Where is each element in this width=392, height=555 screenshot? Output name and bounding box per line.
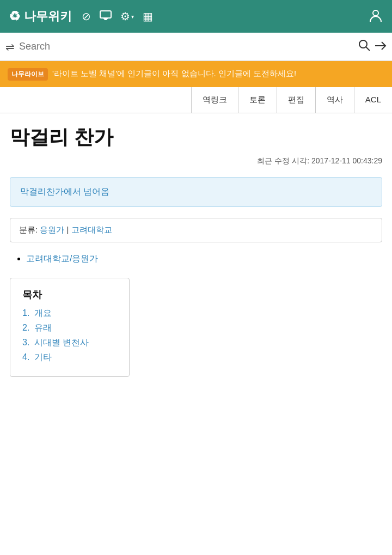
gear-icon: ⚙ <box>120 10 130 23</box>
toc-num-1: 1. <box>22 308 29 318</box>
tab-edit[interactable]: 편집 <box>277 87 316 113</box>
toc-list: 1. 개요 2. 유래 3. 시대별 변천사 4. 기타 <box>22 308 114 363</box>
navbar-left: ♻ 나무위키 ⊘ ⚙ ▾ ▦ <box>9 8 153 25</box>
compass-icon[interactable]: ⊘ <box>82 10 91 23</box>
category-link-cheering[interactable]: 응원가 <box>40 225 64 234</box>
search-bar: ⇌ <box>0 33 392 61</box>
toc-link-2[interactable]: 유래 <box>34 323 52 332</box>
page-title: 막걸리 찬가 <box>10 124 382 151</box>
content: 막걸리 찬가 최근 수정 시각: 2017-12-11 00:43:29 막걸리… <box>0 113 392 399</box>
tab-backlinks[interactable]: 역링크 <box>192 87 238 113</box>
shuffle-icon[interactable]: ⇌ <box>5 40 15 53</box>
svg-point-1 <box>373 10 378 16</box>
redirect-box: 막걸리찬가에서 넘어옴 <box>10 177 382 207</box>
go-button[interactable] <box>375 40 387 54</box>
last-modified-value: 2017-12-11 00:43:29 <box>311 156 382 165</box>
category-label: 분류: <box>19 225 38 234</box>
toc-num-3: 3. <box>22 338 29 347</box>
last-modified-label: 최근 수정 시각: <box>257 156 309 165</box>
grid-icon[interactable]: ▦ <box>143 10 153 23</box>
toc-num-4: 4. <box>22 352 29 362</box>
live-banner[interactable]: 나무라이브 '라이트 노벨 채널'에 인기글이 아직 없습니다. 인기글에 도전… <box>0 61 392 87</box>
search-input[interactable] <box>19 41 354 52</box>
logo[interactable]: ♻ 나무위키 <box>9 8 72 25</box>
category-link-korea-univ[interactable]: 고려대학교 <box>71 225 112 234</box>
toc-num-2: 2. <box>22 323 29 332</box>
toc-link-1[interactable]: 개요 <box>34 308 52 318</box>
svg-rect-0 <box>100 11 111 18</box>
category-separator: | <box>67 225 71 234</box>
toc-label-3: 시대별 변천사 <box>34 338 89 347</box>
toc-label-4: 기타 <box>34 352 52 362</box>
toc-box: 목차 1. 개요 2. 유래 3. 시대별 변천사 4. <box>10 278 130 377</box>
logo-icon: ♻ <box>9 9 21 24</box>
tab-discussion[interactable]: 토론 <box>238 87 277 113</box>
nav-icons: ⊘ ⚙ ▾ ▦ <box>82 10 153 23</box>
toc-item-3: 3. 시대별 변천사 <box>22 337 114 349</box>
tab-acl[interactable]: ACL <box>354 87 392 113</box>
toc-link-4[interactable]: 기타 <box>34 352 52 362</box>
gear-caret-icon: ▾ <box>131 14 134 20</box>
last-modified: 최근 수정 시각: 2017-12-11 00:43:29 <box>10 156 382 166</box>
live-badge: 나무라이브 <box>8 68 48 81</box>
chat-icon[interactable] <box>100 10 112 23</box>
category-box: 분류: 응원가 | 고려대학교 <box>10 218 382 242</box>
toc-item-2: 2. 유래 <box>22 322 114 334</box>
user-icon[interactable] <box>368 8 383 25</box>
toc-label-2: 유래 <box>34 323 52 332</box>
redirect-link[interactable]: 막걸리찬가에서 넘어옴 <box>20 187 109 196</box>
logo-label: 나무위키 <box>24 8 72 25</box>
toc-link-3[interactable]: 시대별 변천사 <box>34 338 89 347</box>
navbar: ♻ 나무위키 ⊘ ⚙ ▾ ▦ <box>0 0 392 33</box>
related-link-0[interactable]: 고려대학교/응원가 <box>26 254 98 263</box>
live-message: '라이트 노벨 채널'에 인기글이 아직 없습니다. 인기글에 도전하세요! <box>52 68 384 79</box>
gear-group[interactable]: ⚙ ▾ <box>120 10 134 23</box>
tab-history[interactable]: 역사 <box>316 87 354 113</box>
list-item: 고려대학교/응원가 <box>26 253 382 265</box>
tab-nav: 역링크 토론 편집 역사 ACL <box>0 87 392 113</box>
svg-point-2 <box>359 40 367 48</box>
toc-item-4: 4. 기타 <box>22 352 114 363</box>
svg-line-3 <box>366 47 370 51</box>
tab-spacer <box>0 87 192 113</box>
toc-label-1: 개요 <box>34 308 52 318</box>
toc-item-1: 1. 개요 <box>22 308 114 319</box>
related-links: 고려대학교/응원가 <box>10 253 382 265</box>
toc-title: 목차 <box>22 288 114 301</box>
search-button[interactable] <box>358 39 370 54</box>
